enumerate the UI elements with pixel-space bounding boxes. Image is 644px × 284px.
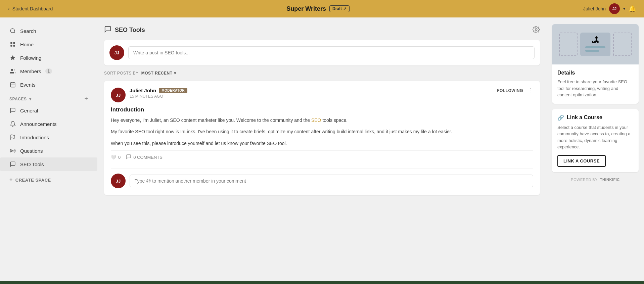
user-area: Juliet John JJ ▾ 🔔: [583, 3, 636, 14]
svg-point-0: [10, 29, 14, 33]
top-nav: ‹ Student Dashboard Super Writers Draft …: [0, 0, 644, 17]
moderator-badge: MODERATOR: [159, 88, 187, 93]
sidebar-item-label: Events: [20, 82, 36, 88]
spaces-header: SPACES ▾ +: [0, 91, 97, 104]
footer-bar: [0, 281, 644, 284]
link-icon: 🔗: [557, 114, 564, 121]
app-title: Super Writers: [286, 5, 326, 12]
sidebar-item-label: Search: [20, 28, 36, 34]
signal-icon: [9, 147, 16, 154]
spaces-label: SPACES ▾: [9, 97, 32, 101]
dropdown-chevron-icon[interactable]: ▾: [623, 6, 625, 11]
comments-button[interactable]: 0 COMMENTS: [126, 154, 163, 160]
sidebar-item-seo-tools[interactable]: SEO Tools: [0, 157, 97, 171]
back-to-dashboard[interactable]: ‹ Student Dashboard: [8, 6, 53, 11]
user-name: Juliet John: [583, 6, 606, 11]
sort-chevron-icon: ▾: [174, 71, 176, 76]
sidebar-item-events[interactable]: Events: [0, 78, 97, 91]
bell-icon: [9, 121, 16, 127]
spaces-dropdown-icon[interactable]: ▾: [29, 97, 32, 101]
post-author-avatar: JJ: [111, 88, 126, 102]
sidebar-item-label: Questions: [20, 148, 43, 154]
sort-dropdown[interactable]: MOST RECENT ▾: [141, 71, 176, 76]
more-options-button[interactable]: ⋮: [527, 88, 533, 94]
star-icon: [9, 54, 16, 61]
post-header: JJ Juliet John MODERATOR 15 MINUTES AGO …: [111, 88, 533, 102]
comments-count: 0 COMMENTS: [133, 155, 163, 160]
grid-icon: [9, 41, 16, 48]
draft-badge[interactable]: Draft ↗: [329, 5, 350, 12]
details-card: 🏞 Details Feel free to share your favori…: [552, 24, 639, 104]
svg-rect-6: [10, 83, 15, 87]
sidebar-item-questions[interactable]: Questions: [0, 144, 97, 157]
sidebar-item-home[interactable]: Home: [0, 38, 97, 51]
chat-icon: [9, 107, 16, 114]
sidebar-item-general[interactable]: General: [0, 104, 97, 117]
comment-icon: [126, 154, 131, 160]
calendar-icon: [9, 81, 16, 88]
search-icon: [9, 28, 16, 34]
app-title-area: Super Writers Draft ↗: [286, 5, 350, 12]
preview-card-center: 🏞: [580, 33, 610, 56]
sidebar-item-search[interactable]: Search: [0, 24, 97, 38]
post-author-info: Juliet John MODERATOR 15 MINUTES AGO: [130, 88, 187, 99]
sidebar-item-label: SEO Tools: [20, 161, 44, 167]
like-button[interactable]: 🤍 0: [111, 155, 121, 160]
svg-rect-1: [10, 42, 12, 44]
post-author-name: Juliet John: [130, 88, 156, 93]
post-paragraph-1: Hey everyone, I'm Juliet, an SEO content…: [111, 116, 533, 124]
image-icon: 🏞: [592, 36, 599, 44]
feed-chat-icon: [104, 26, 111, 35]
sort-bar: SORT POSTS BY MOST RECENT ▾: [104, 71, 540, 76]
preview-lines: [585, 46, 605, 53]
feed-title: SEO Tools: [115, 27, 145, 34]
sidebar-item-announcements[interactable]: Announcements: [0, 117, 97, 131]
sidebar-item-introductions[interactable]: Introductions: [0, 131, 97, 144]
plus-icon: +: [9, 177, 13, 183]
details-text: Feel free to share your favorite SEO too…: [557, 79, 633, 98]
chat2-icon: [9, 161, 16, 168]
svg-rect-3: [10, 45, 12, 47]
create-space-button[interactable]: + CREATE SPACE: [0, 174, 97, 186]
settings-icon[interactable]: [533, 26, 540, 35]
preview-placeholder-left: [559, 33, 578, 56]
post-paragraph-2: My favorite SEO tool right now is InLink…: [111, 128, 533, 135]
people-icon: [9, 68, 16, 75]
link-course-card: 🔗 Link a Course Select a course that stu…: [552, 109, 639, 172]
heart-icon: 🤍: [111, 155, 116, 160]
feed-title-area: SEO Tools: [104, 26, 145, 35]
back-label: Student Dashboard: [12, 6, 53, 11]
svg-point-12: [535, 29, 537, 31]
post-body: Hey everyone, I'm Juliet, an SEO content…: [111, 116, 533, 147]
feed-header: SEO Tools: [104, 26, 540, 35]
post-title: Introduction: [111, 106, 533, 113]
sort-label: SORT POSTS BY: [104, 71, 139, 76]
commenter-avatar: JJ: [111, 174, 126, 188]
write-post-input[interactable]: [128, 46, 535, 59]
create-space-label: CREATE SPACE: [15, 178, 51, 183]
link-course-button[interactable]: LINK A COURSE: [557, 155, 606, 167]
details-preview: 🏞: [552, 24, 639, 64]
right-panel: 🏞 Details Feel free to share your favori…: [547, 17, 644, 284]
current-user-avatar: JJ: [109, 45, 124, 60]
sidebar: Search Home Following Members 1 Events: [0, 17, 97, 284]
svg-rect-2: [13, 42, 15, 44]
like-count: 0: [118, 155, 121, 160]
svg-point-11: [12, 150, 13, 151]
comment-box: JJ: [111, 169, 533, 188]
sidebar-item-following[interactable]: Following: [0, 51, 97, 64]
post-card: JJ Juliet John MODERATOR 15 MINUTES AGO …: [104, 81, 540, 195]
back-chevron-icon: ‹: [8, 6, 10, 11]
user-avatar[interactable]: JJ: [609, 3, 620, 14]
external-link-icon: ↗: [343, 6, 347, 11]
comment-input[interactable]: [130, 175, 533, 187]
powered-by: POWERED BY THINKIFIC: [552, 178, 639, 182]
notification-bell-icon[interactable]: 🔔: [629, 5, 636, 12]
sidebar-item-label: Following: [20, 55, 41, 61]
main-layout: Search Home Following Members 1 Events: [0, 17, 644, 284]
sidebar-item-members[interactable]: Members 1: [0, 64, 97, 78]
add-space-icon[interactable]: +: [84, 95, 88, 102]
preview-line-short: [585, 50, 599, 52]
following-tag: FOLLOWING: [497, 88, 523, 93]
svg-rect-4: [13, 45, 15, 47]
